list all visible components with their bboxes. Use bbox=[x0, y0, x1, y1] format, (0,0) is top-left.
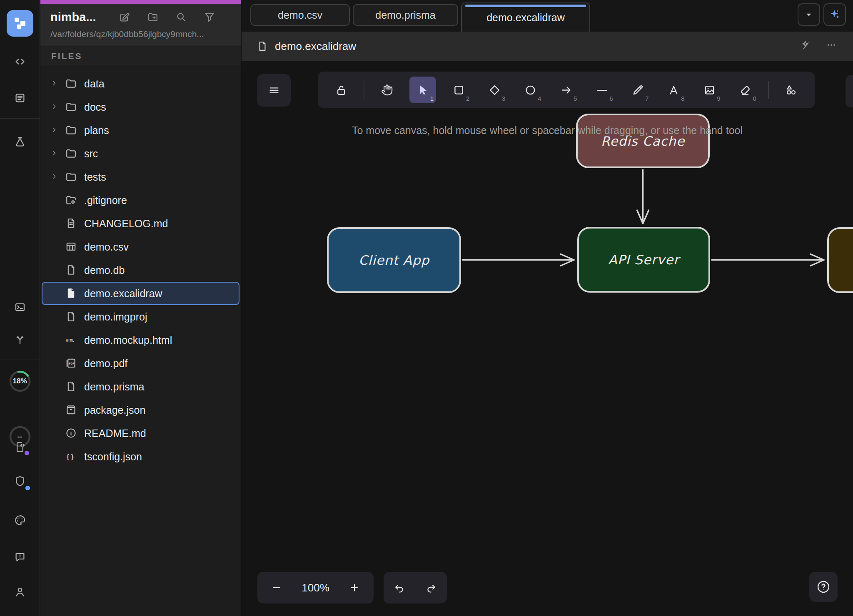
excalidraw-canvas[interactable]: 1234567890 To move canvas, hold mouse wh… bbox=[242, 61, 853, 616]
file-name: demo.db bbox=[84, 264, 125, 276]
draw-tool-button[interactable]: 7 bbox=[625, 77, 651, 103]
doc-icon bbox=[65, 217, 77, 230]
filter-icon[interactable] bbox=[204, 11, 216, 24]
undo-button[interactable] bbox=[390, 579, 409, 597]
canvas-node-storage[interactable] bbox=[827, 227, 853, 293]
hand-tool-button[interactable] bbox=[374, 77, 400, 103]
chevron-right-icon[interactable] bbox=[50, 102, 59, 112]
notification-dot bbox=[25, 451, 29, 455]
caret-down-icon bbox=[803, 9, 814, 20]
file-row-demo.pdf[interactable]: PDFdemo.pdf bbox=[42, 352, 239, 375]
file-list: datadocsplanssrctests.gitignoreCHANGELOG… bbox=[40, 66, 241, 468]
canvas-node-redis[interactable]: Redis Cache bbox=[576, 114, 710, 168]
file-row-docs[interactable]: docs bbox=[42, 95, 239, 119]
file-row-tests[interactable]: tests bbox=[42, 165, 239, 189]
cpu-percent-label: 18% bbox=[12, 377, 27, 385]
unlock-tool-button[interactable] bbox=[328, 77, 354, 103]
selection-tool-button[interactable]: 1 bbox=[409, 77, 436, 103]
help-button[interactable] bbox=[809, 572, 838, 602]
line-tool-button[interactable]: 6 bbox=[589, 77, 616, 103]
chevron-spacer bbox=[50, 266, 59, 275]
sparkle-slash-icon[interactable] bbox=[800, 39, 814, 53]
file-row-tsconfig.json[interactable]: { }tsconfig.json bbox=[42, 445, 239, 468]
file-row-src[interactable]: src bbox=[42, 142, 239, 165]
zoom-in-button[interactable] bbox=[345, 579, 364, 597]
tool-shortcut: 1 bbox=[430, 95, 434, 102]
project-path: /var/folders/qz/kjb0dbb56jlgbcy9mnch... bbox=[50, 29, 231, 39]
feedback-icon[interactable] bbox=[10, 547, 30, 567]
file-row-demo.csv[interactable]: demo.csv bbox=[42, 235, 239, 258]
image-tool-button[interactable]: 9 bbox=[696, 77, 723, 103]
file-row-data[interactable]: data bbox=[42, 72, 239, 95]
toolbar-extra-island[interactable] bbox=[846, 75, 853, 107]
arrow-tool-button[interactable]: 5 bbox=[553, 77, 579, 103]
tool-shortcut: 7 bbox=[645, 95, 648, 102]
chevron-right-icon[interactable] bbox=[50, 126, 59, 135]
file-row-.gitignore[interactable]: .gitignore bbox=[42, 189, 239, 212]
tab-demo.excalidraw[interactable]: demo.excalidraw bbox=[461, 2, 590, 32]
folder-icon bbox=[65, 77, 77, 90]
ellipse-tool-button[interactable]: 4 bbox=[517, 77, 544, 103]
hand-icon bbox=[381, 84, 394, 97]
ai-assistant-button[interactable] bbox=[823, 3, 846, 26]
account-icon[interactable] bbox=[10, 582, 30, 602]
chevron-right-icon[interactable] bbox=[50, 149, 59, 158]
canvas-node-api[interactable]: API Server bbox=[577, 227, 710, 293]
search-icon[interactable] bbox=[175, 11, 188, 24]
menu-button[interactable] bbox=[257, 74, 291, 107]
line-icon bbox=[596, 84, 609, 97]
code-icon[interactable] bbox=[10, 52, 30, 72]
file-row-plans[interactable]: plans bbox=[42, 119, 239, 142]
file-row-package.json[interactable]: package.json bbox=[42, 398, 239, 422]
edit-icon[interactable] bbox=[119, 11, 131, 24]
branch-split-icon[interactable] bbox=[10, 330, 30, 350]
new-folder-icon[interactable] bbox=[147, 11, 160, 24]
zoom-level[interactable]: 100% bbox=[302, 581, 329, 594]
activity-bar: 18% -- bbox=[0, 0, 40, 616]
file-name: demo.pdf bbox=[84, 358, 127, 370]
pdf-icon: PDF bbox=[65, 357, 77, 370]
canvas-edges[interactable] bbox=[242, 61, 853, 616]
unlock-icon bbox=[335, 84, 348, 97]
redo-button[interactable] bbox=[422, 579, 440, 597]
terminal-icon[interactable] bbox=[10, 297, 30, 317]
text-tool-button[interactable]: 8 bbox=[661, 77, 687, 103]
package-icon bbox=[65, 404, 77, 416]
file-row-demo.db[interactable]: demo.db bbox=[42, 258, 239, 282]
clipboard-icon[interactable] bbox=[10, 88, 30, 108]
chevron-spacer bbox=[50, 429, 59, 438]
rectangle-tool-button[interactable]: 2 bbox=[445, 77, 472, 103]
palette-icon[interactable] bbox=[10, 510, 30, 530]
eraser-tool-button[interactable]: 0 bbox=[732, 77, 759, 103]
shield-icon[interactable] bbox=[10, 471, 30, 491]
chevron-right-icon[interactable] bbox=[50, 79, 59, 88]
zoom-out-button[interactable] bbox=[267, 579, 286, 597]
cpu-gauge[interactable]: 18% bbox=[9, 370, 31, 392]
info-icon bbox=[65, 427, 77, 440]
file-row-demo.imgproj[interactable]: demo.imgproj bbox=[42, 305, 239, 328]
html-icon: HTML bbox=[65, 334, 77, 346]
tool-shortcut: 9 bbox=[717, 95, 720, 102]
canvas-node-client[interactable]: Client App bbox=[327, 227, 461, 293]
file-name: CHANGELOG.md bbox=[84, 218, 168, 230]
editor-area: demo.csvdemo.prismademo.excalidraw demo.… bbox=[242, 0, 853, 616]
file-row-CHANGELOG.md[interactable]: CHANGELOG.md bbox=[42, 212, 239, 235]
file-name: demo.mockup.html bbox=[84, 334, 172, 346]
device-preview-icon[interactable] bbox=[10, 437, 30, 457]
toolbar-divider bbox=[768, 81, 769, 99]
diagram-layer: Redis CacheClient AppAPI Server bbox=[242, 61, 853, 616]
app-logo[interactable] bbox=[7, 10, 33, 37]
tab-overflow-button[interactable] bbox=[798, 3, 820, 26]
file-row-demo.excalidraw[interactable]: demo.excalidraw bbox=[42, 282, 239, 305]
file-name: demo.imgproj bbox=[84, 311, 147, 323]
file-row-demo.prisma[interactable]: demo.prisma bbox=[42, 375, 239, 398]
file-row-README.md[interactable]: README.md bbox=[42, 422, 239, 445]
tab-demo.csv[interactable]: demo.csv bbox=[250, 4, 350, 26]
file-row-demo.mockup.html[interactable]: HTMLdemo.mockup.html bbox=[42, 328, 239, 352]
flask-icon[interactable] bbox=[10, 132, 30, 152]
tab-demo.prisma[interactable]: demo.prisma bbox=[353, 4, 458, 26]
chevron-right-icon[interactable] bbox=[50, 172, 59, 181]
diamond-tool-button[interactable]: 3 bbox=[481, 77, 508, 103]
shapes-tool-button[interactable] bbox=[778, 77, 805, 103]
more-options-icon[interactable] bbox=[826, 39, 840, 53]
